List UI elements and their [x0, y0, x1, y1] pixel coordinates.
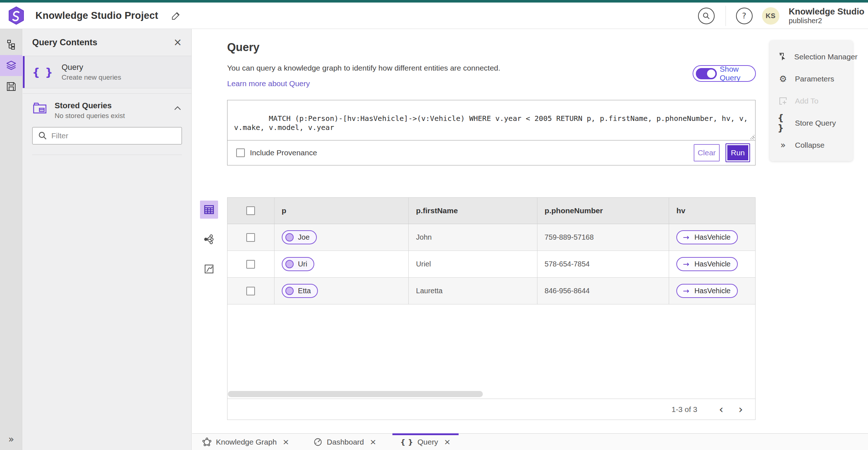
horizontal-scrollbar[interactable]: [228, 391, 483, 397]
save-icon: [6, 81, 16, 92]
selection-manager-item[interactable]: Selection Manager: [770, 46, 853, 68]
chevron-up-icon[interactable]: [173, 105, 182, 111]
entity-pill[interactable]: Uri: [282, 257, 315, 271]
table-row[interactable]: Joe John 759-889-57168 → HasVehicle: [227, 224, 755, 251]
show-query-toggle[interactable]: Show Query: [693, 65, 756, 82]
table-empty-area: [227, 304, 755, 399]
table-view-button[interactable]: [200, 201, 218, 219]
left-rail: »: [0, 29, 22, 450]
stored-queries-label: Stored Queries: [55, 101, 125, 110]
bottom-tab-bar: Knowledge Graph × Dashboard × { } Query …: [192, 433, 868, 450]
cell-firstname: Lauretta: [409, 278, 537, 304]
help-button[interactable]: ?: [736, 8, 753, 24]
results-view-switcher: [200, 201, 218, 290]
close-tab-icon[interactable]: ×: [370, 437, 376, 446]
entity-node-icon: [285, 287, 294, 295]
sidebar-item-query[interactable]: { } Query Create new queries: [23, 56, 191, 88]
arrow-right-icon: →: [683, 287, 689, 295]
expand-panel-button[interactable]: »: [0, 431, 22, 447]
column-header-p[interactable]: p: [275, 198, 409, 224]
close-tab-icon[interactable]: ×: [444, 437, 450, 446]
tab-dashboard[interactable]: Dashboard ×: [305, 434, 384, 450]
filter-input[interactable]: [32, 127, 182, 144]
avatar[interactable]: KS: [762, 7, 779, 25]
top-accent-strip: [0, 0, 868, 3]
help-icon: ?: [742, 11, 746, 20]
query-text: MATCH (p:Person)-[hv:HasVehicle]->(v:Veh…: [234, 114, 752, 132]
cell-firstname: Uriel: [409, 251, 537, 277]
user-info: Knowledge Studio publisher2: [789, 7, 864, 25]
cell-phonenumber: 759-889-57168: [537, 224, 669, 251]
resize-handle[interactable]: [749, 134, 754, 139]
close-panel-icon[interactable]: ×: [174, 37, 182, 47]
edge-pill[interactable]: → HasVehicle: [676, 284, 738, 298]
entity-pill[interactable]: Etta: [282, 284, 318, 298]
table-view-icon: [204, 204, 214, 215]
tab-query[interactable]: { } Query ×: [392, 434, 459, 450]
column-header-firstname[interactable]: p.firstName: [409, 198, 537, 224]
sidebar-section-stored-queries[interactable]: Stored Queries No stored queries exist: [23, 93, 191, 123]
search-icon: [702, 12, 710, 20]
toggle-switch-on[interactable]: [696, 68, 717, 79]
include-provenance-label: Include Provenance: [250, 148, 317, 157]
add-to-icon: [778, 96, 788, 106]
column-header-phonenumber[interactable]: p.phoneNumber: [537, 198, 669, 224]
previous-page-button[interactable]: ‹: [713, 401, 729, 417]
row-checkbox[interactable]: [246, 233, 255, 242]
rail-item-model[interactable]: [0, 34, 22, 55]
selection-manager-icon: [778, 52, 788, 62]
cell-phonenumber: 578-654-7854: [537, 251, 669, 277]
edge-pill[interactable]: → HasVehicle: [676, 257, 738, 271]
results-table: p p.firstName p.phoneNumber hv Joe John …: [227, 197, 756, 420]
table-footer: 1-3 of 3 ‹ ›: [227, 399, 755, 420]
knowledge-graph-icon: [202, 437, 212, 447]
query-editor[interactable]: MATCH (p:Person)-[hv:HasVehicle]->(v:Veh…: [227, 100, 755, 140]
row-checkbox[interactable]: [246, 287, 255, 295]
query-editor-panel: MATCH (p:Person)-[hv:HasVehicle]->(v:Veh…: [227, 100, 756, 165]
query-controls: Include Provenance Clear Run: [227, 140, 755, 165]
edge-pill[interactable]: → HasVehicle: [676, 230, 738, 244]
learn-more-link[interactable]: Learn more about Query: [227, 79, 310, 88]
cell-phonenumber: 846-956-8644: [537, 278, 669, 304]
layers-icon: [6, 60, 17, 71]
query-tools-panel: Selection Manager ⚙ Parameters Add To { …: [770, 41, 853, 161]
collapse-item[interactable]: » Collapse: [770, 134, 853, 156]
clear-button[interactable]: Clear: [694, 144, 720, 161]
rail-item-layers[interactable]: [0, 55, 22, 76]
parameters-item[interactable]: ⚙ Parameters: [770, 68, 853, 90]
main-content: Query You can query a knowledge graph to…: [192, 29, 868, 433]
query-item-label: Query: [61, 63, 121, 72]
run-button[interactable]: Run: [726, 143, 750, 162]
select-all-checkbox[interactable]: [246, 206, 255, 215]
search-button[interactable]: [698, 8, 715, 24]
edit-title-icon[interactable]: [171, 10, 181, 21]
arrow-right-icon: →: [683, 260, 689, 269]
dashboard-icon: [313, 437, 323, 447]
close-tab-icon[interactable]: ×: [282, 437, 289, 446]
stored-queries-description: No stored queries exist: [55, 112, 125, 120]
table-row[interactable]: Etta Lauretta 846-956-8644 → HasVehicle: [227, 278, 755, 304]
query-contents-panel: Query Contents × { } Query Create new qu…: [23, 29, 192, 450]
column-header-hv[interactable]: hv: [669, 198, 755, 224]
header-actions: ? KS Knowledge Studio publisher2: [698, 3, 864, 29]
show-query-label: Show Query: [720, 65, 755, 82]
graph-view-button[interactable]: [200, 230, 218, 248]
braces-icon: { }: [32, 66, 54, 79]
include-provenance-checkbox[interactable]: [236, 148, 245, 157]
next-page-button[interactable]: ›: [733, 401, 749, 417]
row-checkbox[interactable]: [246, 260, 255, 269]
table-row[interactable]: Uri Uriel 578-654-7854 → HasVehicle: [227, 251, 755, 278]
rail-item-save[interactable]: [0, 76, 22, 97]
filter-search-icon: [38, 131, 47, 140]
query-section-title: Query: [227, 41, 260, 54]
entity-node-icon: [285, 260, 294, 268]
query-section-description: You can query a knowledge graph to ident…: [227, 64, 500, 72]
entity-pill[interactable]: Joe: [282, 230, 317, 244]
tab-knowledge-graph[interactable]: Knowledge Graph ×: [194, 434, 297, 450]
product-name: Knowledge Studio: [789, 7, 864, 17]
store-query-item[interactable]: { } Store Query: [770, 112, 853, 134]
entity-node-icon: [285, 233, 294, 241]
chart-view-button[interactable]: [200, 260, 218, 278]
panel-title: Query Contents: [32, 37, 97, 47]
panel-header: Query Contents ×: [23, 29, 191, 56]
